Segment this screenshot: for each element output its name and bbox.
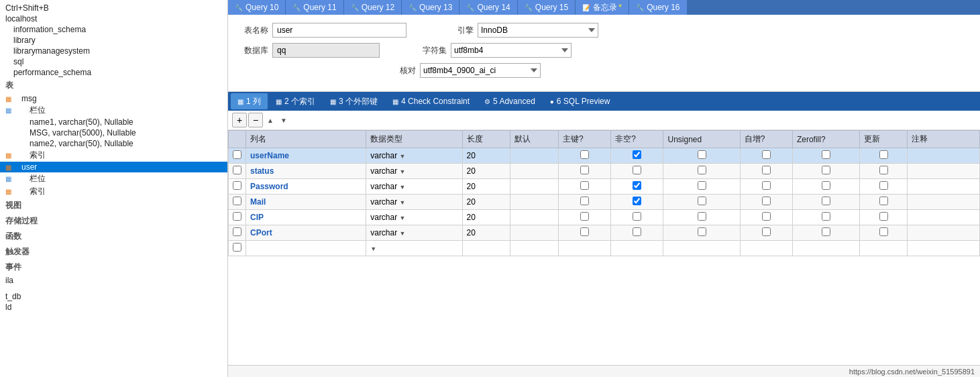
col-default-cell[interactable] [510,179,559,195]
zerofill-checkbox[interactable] [822,181,830,190]
col-name-cell[interactable] [246,241,366,256]
type-dropdown-arrow[interactable]: ▼ [400,184,406,191]
col-comment-cell[interactable] [908,179,980,195]
col-update-cell[interactable] [859,179,908,195]
col-comment-cell[interactable] [908,210,980,225]
col-zerofill-cell[interactable] [792,164,859,179]
col-zerofill-cell[interactable] [792,148,859,164]
row-checkbox[interactable] [233,243,241,252]
notnull-checkbox[interactable] [633,227,641,236]
collation-select[interactable]: utf8mb4_0900_ai_ci [420,63,541,78]
col-default-cell[interactable] [510,148,559,164]
col-unsigned-cell[interactable] [663,210,740,225]
tab-query12[interactable]: 🔧 Query 12 [344,0,402,15]
pk-checkbox[interactable] [580,197,589,205]
row-checkbox[interactable] [233,150,241,159]
remove-column-button[interactable]: − [248,113,263,127]
col-name-cell[interactable]: Mail [246,195,366,210]
sidebar-connection-localhost[interactable]: localhost [0,13,227,24]
sidebar-ld[interactable]: ld [0,302,227,313]
col-len-cell[interactable]: 20 [462,179,510,195]
col-type-cell[interactable]: varchar ▼ [366,195,462,210]
sidebar-table-user[interactable]: ▦user [0,162,227,172]
unsigned-checkbox[interactable] [698,166,706,174]
pk-checkbox[interactable] [580,227,589,236]
unsigned-checkbox[interactable] [698,227,706,236]
col-unsigned-cell[interactable] [663,225,740,241]
col-comment-cell[interactable] [908,241,980,256]
col-pk-cell[interactable] [558,179,610,195]
col-update-cell[interactable] [859,241,908,256]
notnull-checkbox[interactable] [633,150,641,159]
move-down-button[interactable]: ▼ [278,114,290,126]
col-pk-cell[interactable] [558,148,610,164]
col-notnull-cell[interactable] [611,210,663,225]
tab-sql[interactable]: ● 6 SQL Preview [543,93,617,109]
col-autoinc-cell[interactable] [740,210,792,225]
notnull-checkbox[interactable] [633,197,641,205]
col-len-cell[interactable]: 20 [462,210,510,225]
add-column-button[interactable]: + [232,113,247,127]
col-name-cell[interactable]: CIP [246,210,366,225]
type-dropdown-arrow[interactable]: ▼ [400,168,406,175]
unsigned-checkbox[interactable] [698,150,706,159]
zerofill-checkbox[interactable] [822,197,830,205]
update-checkbox[interactable] [879,197,888,205]
autoinc-checkbox[interactable] [762,150,771,159]
sidebar-db-sql[interactable]: sql [0,56,227,67]
sidebar-table-msg[interactable]: ▦msg [0,93,227,104]
tab-query14[interactable]: 🔧 Query 14 [459,0,517,15]
col-type-cell[interactable]: varchar ▼ [366,164,462,179]
col-comment-cell[interactable] [908,148,980,164]
col-zerofill-cell[interactable] [792,179,859,195]
notnull-checkbox[interactable] [633,166,641,174]
autoinc-checkbox[interactable] [762,212,771,221]
table-name-input[interactable] [272,23,406,38]
zerofill-checkbox[interactable] [822,227,830,236]
sidebar-ila[interactable]: ila [0,275,227,286]
sidebar-folder-栏位-msg[interactable]: ▦栏位 [0,104,227,117]
col-zerofill-cell[interactable] [792,210,859,225]
col-update-cell[interactable] [859,210,908,225]
col-len-cell[interactable]: 20 [462,225,510,241]
pk-checkbox[interactable] [580,181,589,190]
update-checkbox[interactable] [879,166,888,174]
tab-query13[interactable]: 🔧 Query 13 [402,0,459,15]
col-default-cell[interactable] [510,225,559,241]
move-up-button[interactable]: ▲ [264,114,276,126]
sidebar-folder-栏位-user[interactable]: ▦栏位 [0,172,227,185]
col-update-cell[interactable] [859,164,908,179]
col-update-cell[interactable] [859,148,908,164]
col-unsigned-cell[interactable] [663,195,740,210]
tab-query11[interactable]: 🔧 Query 11 [286,0,343,15]
pk-checkbox[interactable] [580,150,589,159]
col-name-cell[interactable]: userName [246,148,366,164]
row-checkbox[interactable] [233,197,241,205]
tab-query15[interactable]: 🔧 Query 15 [518,0,576,15]
col-update-cell[interactable] [859,195,908,210]
tab-query16[interactable]: 🔧 Query 16 [629,0,687,15]
tab-memo[interactable]: 📝 备忘录 * [576,0,629,15]
sidebar-index-user[interactable]: ▦索引 [0,185,227,198]
col-comment-cell[interactable] [908,164,980,179]
sidebar-db-librarymanagesystem[interactable]: librarymanagesystem [0,46,227,56]
col-name-cell[interactable]: CPort [246,225,366,241]
unsigned-checkbox[interactable] [698,197,706,205]
col-default-cell[interactable] [510,164,559,179]
col-zerofill-cell[interactable] [792,225,859,241]
type-dropdown-arrow[interactable]: ▼ [400,230,406,237]
col-type-cell[interactable]: ▼ [366,241,462,256]
col-comment-cell[interactable] [908,225,980,241]
col-pk-cell[interactable] [558,195,610,210]
pk-checkbox[interactable] [580,166,589,174]
col-update-cell[interactable] [859,225,908,241]
col-len-cell[interactable]: 20 [462,164,510,179]
col-comment-cell[interactable] [908,195,980,210]
col-notnull-cell[interactable] [611,164,663,179]
col-pk-cell[interactable] [558,225,610,241]
col-autoinc-cell[interactable] [740,195,792,210]
col-len-cell[interactable]: 20 [462,148,510,164]
col-zerofill-cell[interactable] [792,195,859,210]
col-unsigned-cell[interactable] [663,179,740,195]
update-checkbox[interactable] [879,150,888,159]
